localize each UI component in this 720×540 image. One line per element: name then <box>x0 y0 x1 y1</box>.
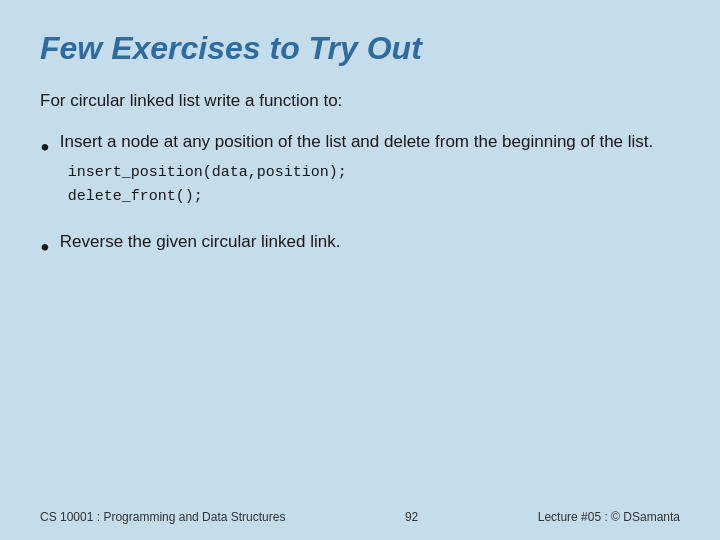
code-block-1: insert_position(data,position); delete_f… <box>68 161 654 209</box>
bullet-content-1: Insert a node at any position of the lis… <box>60 129 654 209</box>
bullet-content-2: Reverse the given circular linked link. <box>60 229 341 255</box>
bullet-text-1: Insert a node at any position of the lis… <box>60 132 654 151</box>
footer-center: 92 <box>405 510 418 524</box>
bullet-item-1: • Insert a node at any position of the l… <box>40 129 680 209</box>
footer-left: CS 10001 : Programming and Data Structur… <box>40 510 285 524</box>
footer-right: Lecture #05 : © DSamanta <box>538 510 680 524</box>
slide: Few Exercises to Try Out For circular li… <box>0 0 720 540</box>
slide-title: Few Exercises to Try Out <box>40 30 680 67</box>
code-line-2: delete_front(); <box>68 185 654 209</box>
bullet-dot-2: • <box>40 231 50 265</box>
bullet-item-2: • Reverse the given circular linked link… <box>40 229 680 265</box>
bullet-dot-1: • <box>40 131 50 165</box>
bullet-text-2: Reverse the given circular linked link. <box>60 232 341 251</box>
slide-subtitle: For circular linked list write a functio… <box>40 91 680 111</box>
code-line-1: insert_position(data,position); <box>68 161 654 185</box>
footer: CS 10001 : Programming and Data Structur… <box>40 510 680 524</box>
